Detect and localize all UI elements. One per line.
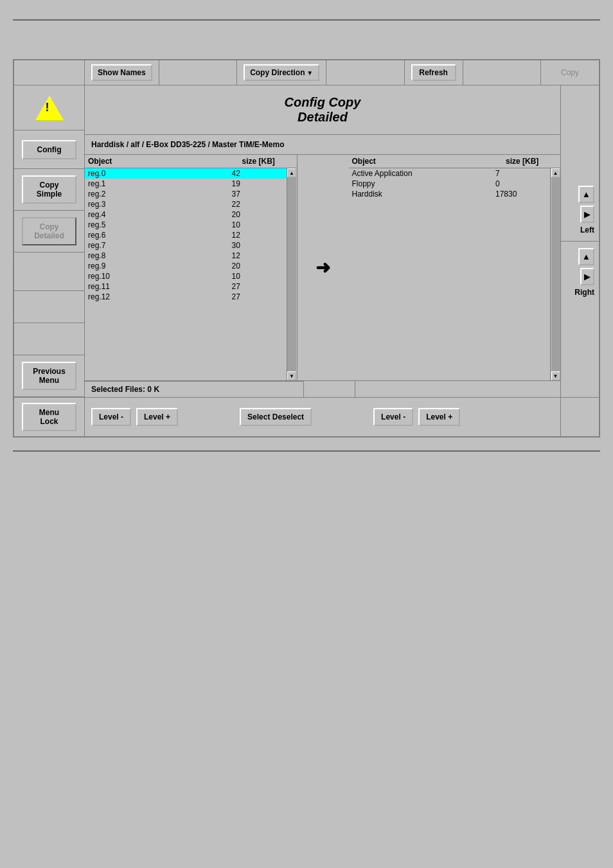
selected-files-label: Selected Files: 0 K xyxy=(91,385,159,394)
right-arrow-btn-top[interactable]: ▶ xyxy=(580,206,594,223)
left-scroll-up[interactable]: ▲ xyxy=(287,168,296,177)
left-nav-group: ▲ ▶ Left xyxy=(561,85,599,242)
right-col-object: Object xyxy=(352,157,506,166)
sidebar-empty1 xyxy=(14,252,84,291)
path-text: Harddisk / alf / E-Box DD35-225 / Master… xyxy=(91,140,285,149)
up-arrow-btn-right[interactable]: ▲ xyxy=(578,248,594,265)
right-scroll-track xyxy=(551,177,560,371)
copy-arrow: ➜ xyxy=(315,257,330,278)
left-file-row[interactable]: reg.042 xyxy=(85,168,287,179)
left-file-row[interactable]: reg.612 xyxy=(85,230,287,240)
bottom-toolbar: Menu Lock Level - Level + Select Deselec… xyxy=(14,397,599,436)
right-file-row[interactable]: Harddisk17830 xyxy=(349,189,551,199)
sidebar: Config Copy Simple Copy Detailed Previou… xyxy=(14,85,85,397)
left-col-object: Object xyxy=(88,157,242,166)
show-names-button[interactable]: Show Names xyxy=(91,64,152,81)
copy-direction-cell: Copy Direction xyxy=(237,60,326,85)
left-file-row[interactable]: reg.1127 xyxy=(85,281,287,292)
left-scroll-track xyxy=(287,177,296,371)
left-col-size: size [KB] xyxy=(242,157,294,166)
level-minus-right-button[interactable]: Level - xyxy=(373,408,413,426)
right-nav: ▲ ▶ Left ▲ ▶ Right xyxy=(560,85,599,397)
left-scroll-down[interactable]: ▼ xyxy=(287,371,296,380)
toolbar-mid2 xyxy=(326,60,404,85)
left-file-body: reg.042reg.119reg.237reg.322reg.420reg.5… xyxy=(85,168,297,380)
main-content: Config Copy Detailed Harddisk / alf / E-… xyxy=(85,85,560,397)
menu-lock-button[interactable]: Menu Lock xyxy=(22,403,76,431)
warning-icon-container xyxy=(14,85,84,130)
left-file-row[interactable]: reg.119 xyxy=(85,179,287,189)
right-file-row[interactable]: Active Application7 xyxy=(349,168,551,179)
bottom-rule xyxy=(13,450,600,452)
title-section: Config Copy Detailed xyxy=(85,85,560,135)
left-file-row[interactable]: reg.1010 xyxy=(85,271,287,281)
selected-bar-arrow-spacer xyxy=(303,381,355,397)
left-file-row[interactable]: reg.322 xyxy=(85,199,287,209)
sidebar-empty3 xyxy=(14,323,84,355)
up-arrow-btn[interactable]: ▲ xyxy=(578,186,594,203)
config-button[interactable]: Config xyxy=(22,140,76,159)
select-deselect-button[interactable]: Select Deselect xyxy=(240,408,312,426)
main-panel: Show Names Copy Direction Refresh Copy xyxy=(13,59,600,438)
left-file-row[interactable]: reg.237 xyxy=(85,189,287,199)
copy-detailed-button[interactable]: Copy Detailed xyxy=(22,217,76,245)
main-container: Show Names Copy Direction Refresh Copy xyxy=(13,59,600,438)
selected-bar-right xyxy=(355,381,561,397)
left-file-row[interactable]: reg.420 xyxy=(85,209,287,220)
left-file-scroll: reg.042reg.119reg.237reg.322reg.420reg.5… xyxy=(85,168,287,380)
toolbar-mid3 xyxy=(463,60,541,85)
left-file-panel: Object size [KB] reg.042reg.119reg.237re… xyxy=(85,155,298,380)
right-scroll-down[interactable]: ▼ xyxy=(551,371,560,380)
toolbar-middle xyxy=(159,60,237,85)
file-lists: Object size [KB] reg.042reg.119reg.237re… xyxy=(85,155,560,380)
left-file-row[interactable]: reg.730 xyxy=(85,240,287,251)
copy-simple-item: Copy Simple xyxy=(14,169,84,211)
title-line1: Config Copy xyxy=(94,95,551,110)
left-header: Object size [KB] xyxy=(85,155,297,168)
config-item: Config xyxy=(14,130,84,169)
left-file-row[interactable]: reg.510 xyxy=(85,220,287,230)
left-file-row[interactable]: reg.812 xyxy=(85,251,287,261)
left-file-row[interactable]: reg.920 xyxy=(85,261,287,271)
refresh-cell: Refresh xyxy=(405,60,463,85)
toolbar: Show Names Copy Direction Refresh Copy xyxy=(14,60,599,85)
arrow-area: ➜ xyxy=(298,155,349,380)
right-nav-group: ▲ ▶ Right xyxy=(561,242,599,397)
copy-cell: Copy xyxy=(541,60,599,85)
right-file-scroll: Active Application7Floppy0Harddisk17830 xyxy=(349,168,551,380)
previous-menu-item: Previous Menu xyxy=(14,355,84,397)
toolbar-spacer xyxy=(14,60,85,85)
previous-menu-button[interactable]: Previous Menu xyxy=(22,362,76,390)
right-arrow-btn-bottom[interactable]: ▶ xyxy=(580,268,594,285)
level-minus-left-button[interactable]: Level - xyxy=(91,408,131,426)
right-header: Object size [KB] xyxy=(349,155,561,168)
title-line2: Detailed xyxy=(94,110,551,125)
level-plus-left-button[interactable]: Level + xyxy=(136,408,178,426)
warning-icon xyxy=(33,93,66,122)
right-nav-box2: ▶ xyxy=(579,267,596,287)
level-plus-right-button[interactable]: Level + xyxy=(418,408,460,426)
show-names-cell: Show Names xyxy=(85,60,159,85)
top-rule xyxy=(13,19,600,21)
right-file-panel: Object size [KB] Active Application7Flop… xyxy=(349,155,561,380)
right-file-row[interactable]: Floppy0 xyxy=(349,179,551,189)
bottom-toolbar-main: Level - Level + Select Deselect Level - … xyxy=(85,398,560,436)
left-nav-label: Left xyxy=(579,224,596,236)
sidebar-empty2 xyxy=(14,291,84,323)
path-section: Harddisk / alf / E-Box DD35-225 / Master… xyxy=(85,135,560,155)
copy-detailed-item: Copy Detailed xyxy=(14,211,84,252)
left-nav-box2: ▶ xyxy=(579,204,596,224)
copy-direction-button[interactable]: Copy Direction xyxy=(244,64,319,81)
left-scrollbar: ▲ ▼ xyxy=(287,168,297,380)
right-scrollbar: ▲ ▼ xyxy=(550,168,560,380)
selected-files-bar: Selected Files: 0 K xyxy=(85,381,303,397)
content-area: Config Copy Simple Copy Detailed Previou… xyxy=(14,85,599,397)
copy-label: Copy xyxy=(561,68,579,77)
left-nav-box: ▲ xyxy=(577,184,596,204)
warning-triangle xyxy=(35,96,64,120)
copy-simple-button[interactable]: Copy Simple xyxy=(22,175,76,204)
left-file-row[interactable]: reg.1227 xyxy=(85,292,287,302)
refresh-button[interactable]: Refresh xyxy=(411,64,456,81)
bottom-toolbar-left: Menu Lock xyxy=(14,398,85,436)
right-scroll-up[interactable]: ▲ xyxy=(551,168,560,177)
